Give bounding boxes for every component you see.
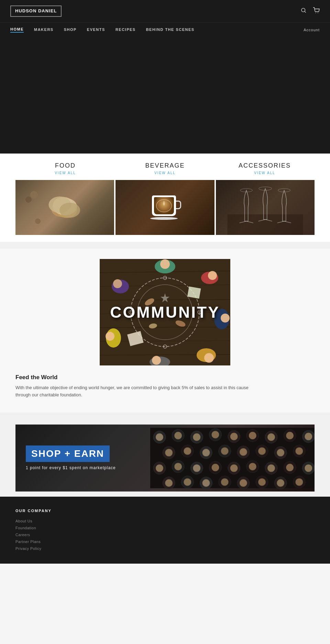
svg-point-42 [113,279,122,288]
footer-link-foundation[interactable]: Foundation [15,526,315,530]
navigation: HOME MAKERS SHOP EVENTS RECIPES BEHIND T… [0,22,330,37]
category-beverage-title: BEVERAGE [119,162,211,169]
logo[interactable]: HUDSON DANIEL [10,5,62,17]
footer-link-partner-plans[interactable]: Partner Plans [15,540,315,544]
nav-item-home[interactable]: HOME [10,27,24,33]
svg-point-36 [204,353,214,363]
svg-point-50 [156,433,163,441]
community-image: COMMUNITY [100,259,230,365]
svg-point-58 [230,433,238,440]
cart-icon[interactable] [313,7,320,15]
svg-point-0 [301,8,305,12]
category-beverage: BEVERAGE VIEW ALL [115,162,215,180]
beverage-image[interactable] [116,180,214,235]
footer-link-privacy[interactable]: Privacy Policy [15,546,315,551]
feed-title: Feed the World [15,374,315,381]
nav-item-events[interactable]: EVENTS [87,27,105,32]
accessories-image[interactable] [216,180,315,235]
svg-line-1 [305,11,306,12]
svg-point-102 [165,479,173,487]
search-icon[interactable] [300,7,307,15]
svg-point-40 [106,332,114,341]
category-food: FOOD VIEW ALL [15,162,115,180]
community-section: COMMUNITY Feed the World With the ultima… [0,249,330,413]
nav-item-shop[interactable]: SHOP [64,27,77,32]
svg-point-114 [277,479,284,487]
svg-point-112 [258,478,266,486]
nav-items: HOME MAKERS SHOP EVENTS RECIPES BEHIND T… [10,27,304,33]
svg-rect-47 [187,286,201,299]
svg-point-110 [240,479,247,487]
shop-earn-wrapper: SHOP + EARN 1 point for every $1 spent o… [0,419,330,497]
svg-point-30 [160,259,170,269]
category-beverage-link[interactable]: VIEW ALL [119,171,211,175]
svg-point-38 [152,356,161,365]
footer-link-careers[interactable]: Careers [15,533,315,537]
footer: OUR COMPANY About Us Foundation Careers … [0,497,330,564]
divider-2 [0,413,330,419]
categories-grid: FOOD VIEW ALL BEVERAGE VIEW ALL ACCESSOR… [15,162,315,180]
shop-earn-subtitle: 1 point for every $1 spent on marketplac… [26,465,315,470]
svg-point-108 [221,478,228,486]
shop-earn-banner[interactable]: SHOP + EARN 1 point for every $1 spent o… [15,425,315,492]
svg-point-64 [286,432,294,439]
nav-item-behind-the-scenes[interactable]: BEHIND THE SCENES [146,27,195,32]
footer-link-about[interactable]: About Us [15,519,315,523]
category-accessories-title: ACCESSORIES [218,162,311,169]
svg-point-52 [174,432,182,439]
svg-point-54 [193,433,200,441]
svg-point-32 [208,271,217,280]
nav-item-recipes[interactable]: RECIPES [116,27,136,32]
category-accessories-link[interactable]: VIEW ALL [218,171,311,175]
nav-item-makers[interactable]: MAKERS [34,27,54,32]
category-food-title: FOOD [19,162,112,169]
category-images [0,180,330,242]
svg-point-60 [249,432,256,439]
food-image[interactable] [15,180,114,235]
svg-point-2 [316,13,316,13]
svg-point-34 [221,314,230,323]
divider-1 [0,242,330,249]
svg-point-3 [318,13,318,13]
shop-earn-label: SHOP + EARN [26,445,110,462]
svg-point-116 [295,478,303,486]
community-image-container: COMMUNITY [15,259,315,365]
svg-point-66 [305,433,312,440]
svg-rect-5 [227,214,303,235]
footer-section-title: OUR COMPANY [15,509,315,513]
shop-earn-content: SHOP + EARN 1 point for every $1 spent o… [26,445,315,470]
community-content: Feed the World With the ultimate objecti… [15,374,315,399]
svg-point-56 [211,431,219,438]
categories-section: FOOD VIEW ALL BEVERAGE VIEW ALL ACCESSOR… [0,154,330,180]
svg-point-104 [184,478,191,486]
header-icons [300,7,320,15]
category-accessories: ACCESSORIES VIEW ALL [215,162,315,180]
community-overlay-text: COMMUNITY [110,303,220,321]
svg-point-62 [267,433,275,441]
category-food-link[interactable]: VIEW ALL [19,171,112,175]
nav-account[interactable]: Account [304,28,320,32]
hero-section [0,37,330,154]
logo-text: HUDSON DANIEL [15,8,57,13]
header: HUDSON DANIEL [0,0,330,22]
feed-description: With the ultimate objective of ending wo… [15,384,249,399]
svg-point-106 [202,479,210,487]
